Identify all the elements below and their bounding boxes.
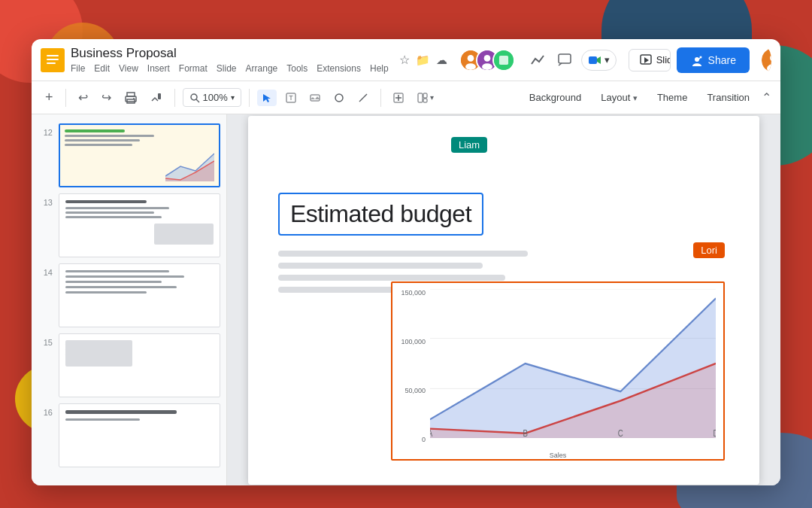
- toolbar: + ↩ ↪ 100% ▾ T: [32, 81, 780, 114]
- paint-format-button[interactable]: [146, 89, 167, 107]
- slide-item-13[interactable]: 13: [32, 190, 226, 260]
- y-label-150k: 150,000: [401, 289, 426, 297]
- x-label-a: A: [430, 427, 433, 437]
- menu-format[interactable]: Format: [179, 63, 208, 74]
- cloud-icon[interactable]: ☁: [436, 53, 447, 67]
- slide-number-12: 12: [38, 123, 53, 137]
- shape-tool[interactable]: [329, 90, 349, 106]
- title-text: Estimated budget: [290, 200, 471, 227]
- slideshow-button[interactable]: Slideshow ▾: [629, 49, 671, 71]
- chart-container[interactable]: 150,000 100,000 50,000 0: [391, 281, 725, 461]
- svg-point-9: [482, 63, 492, 70]
- slide-number-15: 15: [38, 333, 53, 347]
- slide-item-14[interactable]: 14: [32, 260, 226, 330]
- print-button[interactable]: [120, 89, 141, 107]
- select-tool[interactable]: [257, 90, 277, 106]
- user-avatar-button[interactable]: [762, 48, 771, 72]
- slide-thumb-16: [59, 403, 220, 467]
- share-button[interactable]: Share: [677, 47, 750, 73]
- divider-2: [174, 89, 175, 107]
- svg-rect-28: [158, 93, 161, 99]
- folder-icon[interactable]: 📁: [416, 53, 430, 67]
- layout-button[interactable]: Layout ▾: [593, 89, 645, 106]
- menu-insert[interactable]: Insert: [147, 63, 170, 74]
- google-slides-logo: [41, 48, 65, 72]
- slideshow-label: Slideshow: [656, 54, 671, 65]
- avatar-stack: [459, 49, 515, 71]
- x-label-b: B: [523, 427, 527, 437]
- collapse-toolbar-button[interactable]: ⌃: [762, 90, 771, 105]
- editor-area: Liam Estimated budget Lori: [227, 114, 780, 485]
- chart-icon[interactable]: [527, 50, 548, 71]
- svg-line-30: [196, 99, 199, 102]
- transition-button[interactable]: Transition: [699, 89, 757, 106]
- background-button[interactable]: Background: [522, 89, 589, 106]
- cursor-label-lori: Lori: [693, 242, 725, 258]
- zoom-label: 100%: [203, 92, 228, 103]
- slide-panel: 12: [32, 114, 227, 485]
- svg-point-27: [133, 98, 135, 99]
- app-window: Business Proposal File Edit View Insert …: [32, 39, 780, 485]
- redo-button[interactable]: ↪: [97, 87, 116, 108]
- slide-thumb-13: [59, 193, 220, 257]
- theme-button[interactable]: Theme: [650, 89, 695, 106]
- chart-axis-title: Sales: [392, 452, 723, 459]
- divider-3: [249, 89, 250, 107]
- avatar-3[interactable]: [492, 49, 515, 71]
- chart-svg: A B C D: [430, 289, 716, 438]
- chart-y-labels: 150,000 100,000 50,000 0: [392, 289, 430, 444]
- x-label-c: C: [618, 427, 623, 437]
- svg-point-5: [467, 55, 474, 62]
- menu-file[interactable]: File: [71, 63, 85, 74]
- zoom-select[interactable]: 100% ▾: [183, 88, 241, 107]
- undo-button[interactable]: ↩: [74, 87, 92, 108]
- doc-title-area: Business Proposal File Edit View Insert …: [71, 46, 389, 73]
- content-line-2: [278, 263, 483, 269]
- slide-number-13: 13: [38, 193, 53, 207]
- meet-button[interactable]: ▾: [581, 50, 617, 71]
- header-avatars: [459, 49, 515, 71]
- cursor-label-liam: Liam: [451, 137, 487, 153]
- insert-button[interactable]: [389, 90, 408, 106]
- slide-item-15[interactable]: 15: [32, 330, 226, 400]
- svg-point-8: [483, 55, 490, 62]
- svg-text:T: T: [289, 94, 293, 102]
- svg-line-37: [359, 94, 367, 102]
- slide-number-16: 16: [38, 403, 53, 417]
- menu-slide[interactable]: Slide: [217, 63, 237, 74]
- svg-point-29: [191, 94, 197, 100]
- menu-arrange[interactable]: Arrange: [246, 63, 278, 74]
- share-label: Share: [708, 54, 736, 66]
- svg-marker-35: [311, 96, 320, 99]
- menu-extensions[interactable]: Extensions: [317, 63, 361, 74]
- comment-icon[interactable]: [554, 50, 575, 71]
- add-button[interactable]: +: [41, 87, 58, 108]
- layout-arrow: ▾: [633, 93, 638, 102]
- menu-view[interactable]: View: [119, 63, 138, 74]
- chart-svg-area: A B C D: [430, 289, 716, 438]
- x-label-d: D: [713, 427, 716, 437]
- slide-thumb-12: [59, 123, 220, 187]
- svg-point-36: [335, 94, 343, 102]
- line-tool[interactable]: [353, 90, 373, 106]
- layout-type-select[interactable]: ▾: [413, 90, 438, 106]
- text-tool[interactable]: T: [281, 90, 301, 106]
- content-line-3: [278, 275, 505, 281]
- menu-help[interactable]: Help: [370, 63, 389, 74]
- slide-thumb-14: [59, 263, 220, 327]
- divider-4: [380, 89, 381, 107]
- menu-tools[interactable]: Tools: [286, 63, 308, 74]
- slide-number-14: 14: [38, 263, 53, 277]
- slide-item-16[interactable]: 16: [32, 400, 226, 470]
- slideshow-main[interactable]: Slideshow: [629, 50, 671, 71]
- doc-menu-row: File Edit View Insert Format Slide Arran…: [71, 63, 389, 74]
- star-icon[interactable]: ☆: [399, 53, 410, 67]
- svg-rect-1: [47, 55, 59, 56]
- doc-title[interactable]: Business Proposal: [71, 46, 389, 61]
- slide-canvas: Liam Estimated budget Lori: [248, 116, 759, 485]
- menu-edit[interactable]: Edit: [94, 63, 110, 74]
- y-label-0: 0: [422, 436, 426, 443]
- slide-item-12[interactable]: 12: [32, 120, 226, 190]
- image-tool[interactable]: [305, 90, 325, 106]
- title-textbox[interactable]: Estimated budget: [278, 193, 483, 236]
